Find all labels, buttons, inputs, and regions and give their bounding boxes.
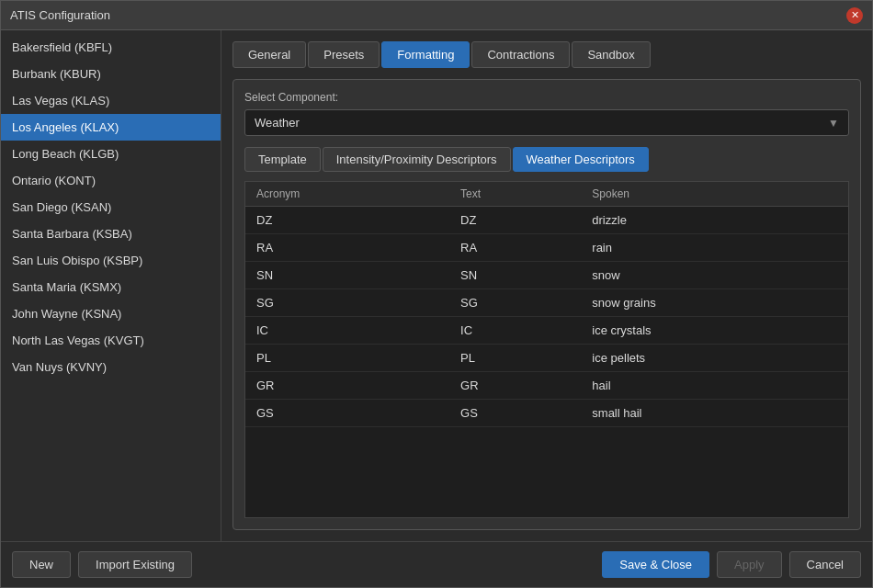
tab-bar: GeneralPresetsFormattingContractionsSand… xyxy=(232,41,861,68)
cancel-button[interactable]: Cancel xyxy=(789,551,861,578)
cell-text: RA xyxy=(449,234,581,262)
sidebar-item[interactable]: Long Beach (KLGB) xyxy=(1,141,221,167)
sub-tab-bar: TemplateIntensity/Proximity DescriptorsW… xyxy=(244,147,849,172)
cell-acronym: PL xyxy=(245,345,449,372)
component-section: Select Component: Weather ▼ TemplateInte… xyxy=(232,79,861,530)
footer-left: New Import Existing xyxy=(12,551,192,578)
cell-text: DZ xyxy=(449,207,581,234)
sidebar-item[interactable]: San Luis Obispo (KSBP) xyxy=(1,247,221,274)
cell-acronym: IC xyxy=(245,317,449,345)
col-header-spoken: Spoken xyxy=(581,182,848,207)
close-button[interactable]: ✕ xyxy=(846,7,863,24)
table-row[interactable]: PLPLice pellets xyxy=(245,345,848,372)
cell-spoken: hail xyxy=(581,372,848,400)
cell-acronym: GS xyxy=(245,400,449,427)
cell-text: SG xyxy=(449,289,581,317)
footer: New Import Existing Save & Close Apply C… xyxy=(1,541,872,587)
sidebar-item[interactable]: San Diego (KSAN) xyxy=(1,194,221,220)
sidebar-item[interactable]: Los Angeles (KLAX) xyxy=(1,114,221,141)
cell-acronym: DZ xyxy=(245,207,449,234)
tab-formatting[interactable]: Formatting xyxy=(381,41,470,68)
tab-presets[interactable]: Presets xyxy=(308,41,380,68)
sidebar-item[interactable]: Burbank (KBUR) xyxy=(1,61,221,87)
cell-spoken: drizzle xyxy=(581,207,848,234)
component-select-value: Weather xyxy=(255,116,300,130)
sidebar-item[interactable]: Las Vegas (KLAS) xyxy=(1,87,221,114)
cell-spoken: snow xyxy=(581,262,848,289)
cell-acronym: RA xyxy=(245,234,449,262)
cell-spoken: ice pellets xyxy=(581,345,848,372)
cell-spoken: ice crystals xyxy=(581,317,848,345)
cell-spoken: small hail xyxy=(581,400,848,427)
tab-general[interactable]: General xyxy=(232,41,306,68)
tab-sandbox[interactable]: Sandbox xyxy=(572,41,650,68)
col-header-text: Text xyxy=(449,182,581,207)
title-bar: ATIS Configuration ✕ xyxy=(1,1,872,30)
table-row[interactable]: GRGRhail xyxy=(245,372,848,400)
sidebar-item[interactable]: North Las Vegas (KVGT) xyxy=(1,327,221,354)
cell-spoken: rain xyxy=(581,234,848,262)
cell-text: GR xyxy=(449,372,581,400)
main-window: ATIS Configuration ✕ Bakersfield (KBFL)B… xyxy=(0,0,873,588)
chevron-down-icon: ▼ xyxy=(828,117,839,130)
cell-text: PL xyxy=(449,345,581,372)
table-row[interactable]: ICICice crystals xyxy=(245,317,848,345)
cell-text: IC xyxy=(449,317,581,345)
main-content: Bakersfield (KBFL)Burbank (KBUR)Las Vega… xyxy=(1,30,872,541)
table-row[interactable]: GSGSsmall hail xyxy=(245,400,848,427)
right-panel: GeneralPresetsFormattingContractionsSand… xyxy=(221,30,872,541)
sub-tab-intensity-proximity-descriptors[interactable]: Intensity/Proximity Descriptors xyxy=(323,147,511,172)
sidebar-item[interactable]: John Wayne (KSNA) xyxy=(1,300,221,327)
weather-descriptors-table: Acronym Text Spoken DZDZdrizzleRARArainS… xyxy=(245,182,848,427)
cell-spoken: snow grains xyxy=(581,289,848,317)
import-existing-button[interactable]: Import Existing xyxy=(78,551,192,578)
table-row[interactable]: SNSNsnow xyxy=(245,262,848,289)
cell-acronym: GR xyxy=(245,372,449,400)
footer-right: Save & Close Apply Cancel xyxy=(602,551,861,578)
cell-text: GS xyxy=(449,400,581,427)
cell-acronym: SN xyxy=(245,262,449,289)
cell-text: SN xyxy=(449,262,581,289)
tab-contractions[interactable]: Contractions xyxy=(471,41,570,68)
component-select-dropdown[interactable]: Weather ▼ xyxy=(244,109,849,136)
new-button[interactable]: New xyxy=(12,551,71,578)
apply-button[interactable]: Apply xyxy=(717,551,782,578)
cell-acronym: SG xyxy=(245,289,449,317)
sidebar-item[interactable]: Bakersfield (KBFL) xyxy=(1,34,221,61)
select-component-label: Select Component: xyxy=(244,91,849,104)
table-row[interactable]: RARArain xyxy=(245,234,848,262)
col-header-acronym: Acronym xyxy=(245,182,449,207)
weather-descriptors-table-container: Acronym Text Spoken DZDZdrizzleRARArainS… xyxy=(244,181,849,518)
table-row[interactable]: DZDZdrizzle xyxy=(245,207,848,234)
table-row[interactable]: SGSGsnow grains xyxy=(245,289,848,317)
sub-tab-weather-descriptors[interactable]: Weather Descriptors xyxy=(513,147,649,172)
sub-tab-template[interactable]: Template xyxy=(244,147,321,172)
save-close-button[interactable]: Save & Close xyxy=(602,551,709,578)
sidebar-item[interactable]: Santa Barbara (KSBA) xyxy=(1,220,221,247)
sidebar: Bakersfield (KBFL)Burbank (KBUR)Las Vega… xyxy=(1,30,221,541)
sidebar-item[interactable]: Ontario (KONT) xyxy=(1,167,221,194)
sidebar-item[interactable]: Santa Maria (KSMX) xyxy=(1,274,221,300)
sidebar-item[interactable]: Van Nuys (KVNY) xyxy=(1,354,221,380)
window-title: ATIS Configuration xyxy=(10,8,110,22)
